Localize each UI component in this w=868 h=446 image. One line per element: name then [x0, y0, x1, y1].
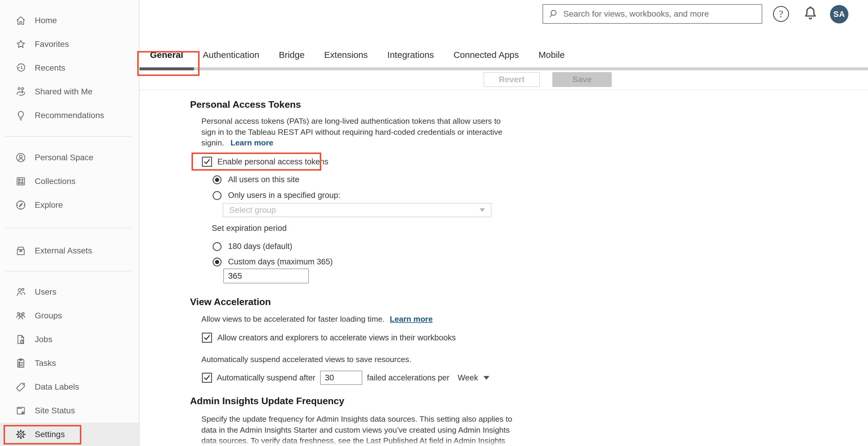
tab-general[interactable]: General [150, 50, 183, 67]
sidebar-item-favorites[interactable]: Favorites [0, 32, 139, 56]
sidebar-item-label: Home [35, 16, 57, 25]
view-acceleration-learn-more-link[interactable]: Learn more [390, 314, 433, 323]
star-icon [15, 38, 27, 50]
specified-group-radio-row: Only users in a specified group: [213, 191, 340, 200]
main-content: General Authentication Bridge Extensions… [140, 0, 868, 446]
sidebar-item-personal-space[interactable]: Personal Space [0, 146, 139, 169]
sidebar-item-label: Groups [35, 311, 62, 320]
save-button[interactable]: Save [552, 72, 612, 87]
custom-days-input[interactable] [223, 269, 309, 283]
select-group-dropdown[interactable]: Select group [223, 203, 492, 217]
days-default-radio-row: 180 days (default) [213, 242, 292, 251]
revert-button[interactable]: Revert [484, 72, 540, 87]
pat-description-line: sign in to the Tableau REST API without … [202, 127, 502, 138]
groups-icon [15, 310, 27, 322]
auto-suspend-checkbox[interactable] [202, 373, 212, 383]
tab-integrations[interactable]: Integrations [387, 50, 434, 67]
jobs-document-icon [15, 334, 27, 345]
sidebar-item-recommendations[interactable]: Recommendations [0, 104, 139, 127]
tab-connected-apps[interactable]: Connected Apps [454, 50, 519, 67]
days-custom-label: Custom days (maximum 365) [228, 257, 333, 267]
suspend-period-select[interactable]: Week [458, 373, 489, 382]
specified-group-label: Only users in a specified group: [228, 191, 340, 200]
view-acceleration-description: Allow views to be accelerated for faster… [202, 314, 433, 324]
admin-insights-description-line: Specify the update frequency for Admin I… [202, 414, 512, 425]
all-users-label: All users on this site [228, 175, 299, 184]
days-custom-radio-row: Custom days (maximum 365) [213, 257, 333, 267]
sidebar-item-label: Collections [35, 177, 75, 186]
search-icon [549, 9, 559, 19]
checkmark-icon [203, 374, 211, 382]
sidebar-item-label: Shared with Me [35, 87, 93, 97]
admin-insights-description-line: data sources. To verify data freshness, … [202, 435, 512, 446]
enable-pat-checkbox[interactable] [202, 157, 212, 167]
gear-icon [15, 428, 27, 440]
sidebar-group-personal: Personal Space Collections Explore [0, 146, 139, 217]
sidebar-item-jobs[interactable]: Jobs [0, 328, 139, 351]
tag-icon [15, 381, 27, 393]
recents-clock-icon [15, 62, 27, 74]
sidebar-item-collections[interactable]: Collections [0, 169, 139, 193]
sidebar-divider [5, 271, 131, 272]
site-status-icon [15, 405, 27, 417]
sidebar-item-groups[interactable]: Groups [0, 304, 139, 328]
enable-pat-label: Enable personal access tokens [217, 157, 329, 167]
avatar[interactable]: SA [830, 5, 848, 24]
auto-suspend-suffix-label: failed accelerations per [367, 373, 450, 382]
sidebar-item-users[interactable]: Users [0, 280, 139, 304]
sidebar-item-recents[interactable]: Recents [0, 56, 139, 80]
pat-description-line: Personal access tokens (PATs) are long-l… [202, 116, 502, 127]
admin-insights-description-line: data in the Admin Insights Starter and c… [202, 425, 512, 436]
sidebar-item-external-assets[interactable]: External Assets [0, 239, 139, 263]
shared-with-me-icon [15, 86, 27, 98]
sidebar-group-main: Home Favorites Recents Shared with Me Re… [0, 9, 139, 127]
sidebar-item-shared-with-me[interactable]: Shared with Me [0, 80, 139, 104]
admin-insights-description: Specify the update frequency for Admin I… [202, 414, 512, 446]
auto-suspend-prefix-label: Automatically suspend after [217, 373, 315, 382]
sidebar-item-home[interactable]: Home [0, 9, 139, 32]
suspend-period-value: Week [458, 373, 478, 382]
all-users-radio[interactable] [213, 175, 221, 184]
sidebar-group-assets: External Assets [0, 239, 139, 263]
chevron-down-icon [479, 208, 485, 212]
days-default-label: 180 days (default) [228, 242, 292, 251]
sidebar-item-tasks[interactable]: Tasks [0, 351, 139, 375]
active-tab-underline [140, 67, 194, 70]
expiration-period-title: Set expiration period [212, 224, 286, 233]
days-custom-radio[interactable] [213, 258, 221, 267]
sidebar-item-data-labels[interactable]: Data Labels [0, 375, 139, 399]
tab-bridge[interactable]: Bridge [279, 50, 305, 67]
admin-insights-title: Admin Insights Update Frequency [190, 396, 344, 407]
search-box [542, 4, 762, 24]
checkmark-icon [203, 158, 211, 166]
pat-learn-more-link[interactable]: Learn more [230, 138, 273, 147]
chevron-down-icon [484, 376, 489, 380]
sidebar-item-explore[interactable]: Explore [0, 193, 139, 217]
sidebar-item-label: Recents [35, 63, 65, 73]
help-icon[interactable]: ? [773, 6, 789, 22]
sidebar-item-settings[interactable]: Settings [0, 422, 139, 446]
search-input[interactable] [563, 9, 756, 19]
settings-tab-bar: General Authentication Bridge Extensions… [150, 50, 565, 67]
tab-authentication[interactable]: Authentication [203, 50, 259, 67]
sidebar-item-label: Personal Space [35, 153, 94, 162]
sidebar-item-label: Favorites [35, 39, 69, 49]
checkmark-icon [203, 334, 211, 342]
days-default-radio[interactable] [213, 242, 221, 251]
collections-grid-icon [15, 175, 27, 187]
notifications-bell-icon[interactable] [802, 4, 819, 23]
sidebar-item-label: External Assets [35, 246, 92, 255]
pat-description-line: signin. Learn more [202, 137, 502, 148]
lightbulb-icon [15, 109, 27, 122]
specified-group-radio[interactable] [213, 191, 221, 200]
sidebar-item-site-status[interactable]: Site Status [0, 399, 139, 422]
sidebar-item-label: Recommendations [35, 111, 104, 120]
allow-acceleration-checkbox[interactable] [202, 333, 212, 343]
sidebar-item-label: Explore [35, 200, 63, 210]
tab-extensions[interactable]: Extensions [324, 50, 368, 67]
tab-mobile[interactable]: Mobile [538, 50, 564, 67]
sidebar-item-label: Jobs [35, 335, 52, 344]
failed-accelerations-input[interactable] [320, 371, 362, 385]
sidebar-item-label: Settings [35, 430, 65, 439]
users-icon [15, 286, 27, 298]
